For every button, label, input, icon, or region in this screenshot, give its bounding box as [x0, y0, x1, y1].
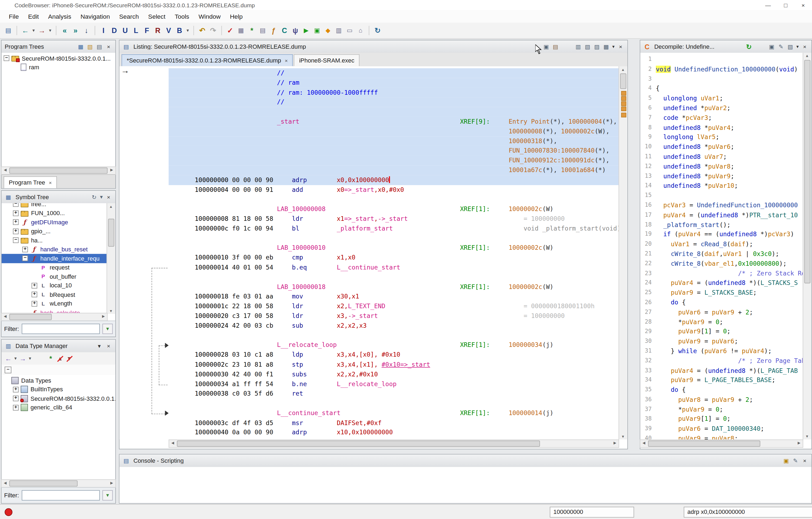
next-function-icon[interactable]: F: [142, 25, 152, 36]
bookmarks-icon[interactable]: ◆: [323, 25, 333, 36]
listing-line[interactable]: FUN_100007830:100007840(*),: [169, 146, 619, 156]
decompile-icon[interactable]: C: [642, 42, 651, 51]
listing-line[interactable]: 100000318(*),: [169, 136, 619, 146]
decompile-line[interactable]: 32 /* ; Zero Page Tab: [640, 356, 803, 366]
listing-line[interactable]: 10000000881 18 00 58ldrx1=>_start,->_sta…: [169, 214, 619, 224]
decompile-line[interactable]: 7 code *pcVar3;: [640, 113, 803, 123]
next-data-icon[interactable]: D: [109, 25, 119, 36]
tree-item[interactable]: +FUN_1000...: [2, 209, 107, 218]
tree-item[interactable]: −SecureROM-t8015si-3332.0.0.1...: [2, 54, 115, 63]
c-parser-icon[interactable]: C: [279, 25, 290, 36]
scroll-right-arrow[interactable]: ▶: [611, 440, 619, 446]
validate-icon[interactable]: ✓: [225, 25, 235, 36]
tree-item[interactable]: +ƒhandle_bus_reset: [2, 245, 107, 254]
listing-tab[interactable]: iPhone8-SRAM.exec: [294, 54, 359, 66]
expander-icon[interactable]: −: [13, 238, 19, 243]
run-script-icon[interactable]: ▶: [301, 25, 311, 36]
listing-header[interactable]: ▤ Listing: SecureROM-t8015si-3332.0.0.1.…: [119, 40, 627, 53]
filter-options-button[interactable]: ▼: [102, 324, 113, 334]
symbol-tree-header[interactable]: ▦ Symbol Tree ↻▼×: [2, 191, 115, 204]
next-non-function-icon[interactable]: R: [153, 25, 163, 36]
console-output[interactable]: [119, 467, 811, 503]
snapshot-icon[interactable]: ▧: [583, 42, 592, 51]
xml-icon[interactable]: *: [246, 25, 257, 36]
listing-line[interactable]: 10000002442 00 03 cbsubx2,x2,x3: [169, 321, 619, 331]
copy-icon[interactable]: ▣: [767, 42, 776, 51]
decompile-line[interactable]: 15: [640, 191, 803, 201]
tree-item[interactable]: +generic_clib_64: [2, 403, 115, 412]
close-icon[interactable]: ×: [800, 42, 809, 51]
sync-icon[interactable]: ↻: [372, 25, 383, 36]
paste-icon[interactable]: ▤: [551, 42, 560, 51]
decompile-line[interactable]: 26 do {: [640, 298, 803, 307]
redo-icon[interactable]: ↷: [208, 25, 218, 36]
refresh-icon[interactable]: ↻: [90, 192, 99, 202]
listing-line[interactable]: LAB_100000010XREF[1]:10000002c(W): [169, 243, 619, 253]
filter-arrays-off-icon[interactable]: ▲: [55, 354, 64, 363]
console-icon[interactable]: ▤: [121, 456, 131, 465]
scroll-right-arrow[interactable]: ▶: [795, 440, 803, 446]
listing-line[interactable]: 10000000400 00 00 91addx0=>_start,x0,#0x…: [169, 185, 619, 194]
decompile-line[interactable]: 23 /* ; Zero Stack Re: [640, 269, 803, 278]
filter-options-button[interactable]: ▼: [102, 490, 113, 500]
panel-options-icon[interactable]: ▩: [602, 42, 611, 51]
scrollbar-thumb[interactable]: [177, 440, 540, 447]
listing-line[interactable]: 100000038c0 03 5f d6ret: [169, 389, 619, 399]
function-tags-icon[interactable]: ƒ: [268, 25, 279, 36]
expander-icon[interactable]: +: [13, 387, 19, 392]
decompile-line[interactable]: 36 puVar8 = puVar9 + 2;: [640, 395, 803, 405]
goto-next-function-icon[interactable]: »: [70, 25, 81, 36]
memory-manager-icon[interactable]: ▣: [312, 25, 322, 36]
decompile-line[interactable]: 34 puVar9 = L_PAGE_TABLES_BASE;: [640, 375, 803, 385]
menu-edit[interactable]: Edit: [24, 13, 44, 20]
close-icon[interactable]: ×: [104, 341, 113, 350]
call-graph-icon[interactable]: ψ: [290, 25, 300, 36]
listing-line[interactable]: 10000003042 40 00 f1subsx2,x2,#0x10: [169, 370, 619, 379]
listing-line[interactable]: LAB_100000018XREF[1]:10000002c(W): [169, 282, 619, 292]
program-trees-header[interactable]: Program Trees ▦▧▤×: [2, 40, 115, 53]
listing-line[interactable]: FUN_10000912c:1000091dc(*),: [169, 156, 619, 165]
scroll-left-arrow[interactable]: ◀: [2, 313, 9, 319]
tree-item[interactable]: +gpio_...: [2, 227, 107, 236]
forward-history-icon[interactable]: ▾: [48, 25, 53, 36]
dropdown-icon[interactable]: ▾: [611, 42, 616, 51]
decompile-line[interactable]: 8 undefined8 *puVar4;: [640, 123, 803, 132]
horizontal-scrollbar[interactable]: ◀ ▶: [1, 166, 116, 175]
listing-line[interactable]: [169, 331, 619, 340]
listing-line[interactable]: 100000034a1 ff ff 54b.neL__relocate_loop: [169, 379, 619, 389]
edit-icon[interactable]: ✎: [776, 42, 785, 51]
memory-map-icon[interactable]: ▦: [236, 25, 246, 36]
listing-line[interactable]: 100000020c3 17 00 58ldrx3,->_start= 1000…: [169, 311, 619, 321]
listing-line[interactable]: //: [169, 68, 619, 78]
decompile-line[interactable]: 14 undefined8 *puVar10;: [640, 181, 803, 191]
bookmark-dropdown-icon[interactable]: ▾: [185, 25, 190, 36]
vertical-scrollbar[interactable]: ▲ ▼: [618, 66, 627, 440]
console-header[interactable]: ▤ Console - Scripting ▣✎×: [119, 455, 811, 467]
scrollbar-thumb[interactable]: [620, 73, 626, 89]
scrollbar-thumb[interactable]: [9, 314, 52, 320]
decompile-line[interactable]: 1: [640, 55, 803, 65]
listing-line[interactable]: [169, 107, 619, 117]
diff-view-icon[interactable]: ▥: [574, 42, 583, 51]
listing-line[interactable]: // ram: [169, 78, 619, 88]
tab-close-icon[interactable]: ×: [285, 58, 288, 63]
scroll-up-arrow[interactable]: ▲: [619, 66, 627, 72]
expander-icon[interactable]: −: [3, 56, 9, 61]
filter-options-icon[interactable]: ▼: [99, 192, 104, 202]
menu-search[interactable]: Search: [115, 13, 143, 20]
data-type-manager-header[interactable]: ▥ Data Type Manager ▾×: [2, 340, 115, 353]
scrollbar-thumb[interactable]: [9, 167, 108, 174]
listing-line[interactable]: 10000002803 10 c1 a8ldpx3,x4,[x0], #0x10: [169, 350, 619, 360]
hierarchy-icon[interactable]: ⌂: [355, 25, 366, 36]
scroll-up-arrow[interactable]: ▲: [107, 203, 115, 209]
decompile-line[interactable]: 18 _platform_start();: [640, 220, 803, 230]
decompile-line[interactable]: 30 puVar9 = puVar6;: [640, 337, 803, 346]
decompile-line[interactable]: 6 undefined *puVar2;: [640, 103, 803, 113]
listing-line[interactable]: 10000002c23 10 81 a8stpx3,x4,[x1], #0x10…: [169, 360, 619, 370]
expander-icon[interactable]: −: [13, 203, 19, 207]
scroll-left-arrow[interactable]: ◀: [2, 167, 9, 173]
tree-item[interactable]: +SecureROM-t8015si-3332.0.0.1.2: [2, 394, 115, 403]
history-dropdown-icon[interactable]: ▾: [13, 354, 18, 363]
expander-icon[interactable]: +: [13, 228, 19, 234]
listing-line[interactable]: 100000018fe 03 01 aamovx30,x1: [169, 292, 619, 301]
